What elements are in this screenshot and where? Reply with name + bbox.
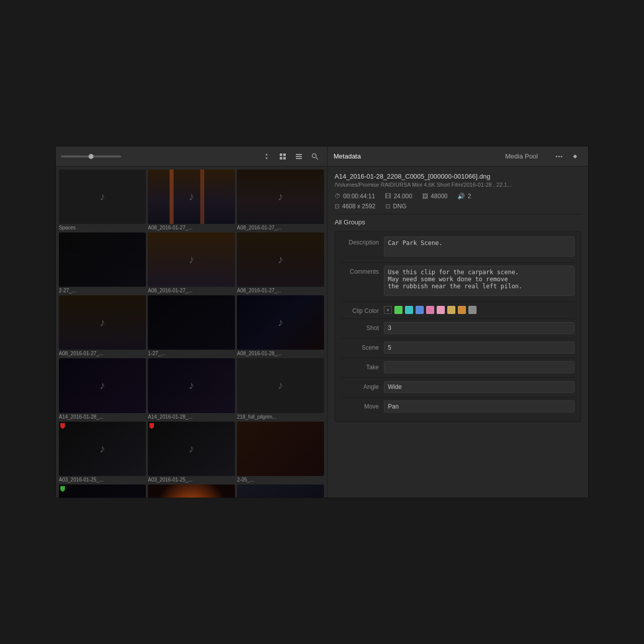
color-blue-swatch[interactable] [416, 306, 424, 314]
color-pink-swatch[interactable] [426, 306, 434, 314]
media-label: A14_2016-01-28_... [59, 414, 146, 420]
shot-field [384, 322, 575, 334]
list-item[interactable]: ♪ A08_2016-01-27_... [237, 170, 324, 230]
form-divider [341, 318, 575, 319]
format-icon: ⊡ [385, 203, 390, 210]
file-name: A14_2016-01-28_2208_C0005_[000000-001066… [335, 173, 581, 180]
shot-label: Shot [341, 322, 379, 332]
take-field [384, 361, 575, 373]
list-item[interactable]: ♪ A08_2016-01-27_... [148, 232, 235, 293]
list-view-button[interactable] [292, 149, 306, 164]
media-label: 1-27_... [148, 351, 235, 356]
music-icon: ♪ [189, 442, 194, 455]
take-input[interactable] [384, 361, 575, 373]
angle-input[interactable] [384, 381, 575, 393]
color-green-swatch[interactable] [394, 306, 403, 314]
clock-icon: ⏱ [335, 193, 341, 200]
sort-button[interactable] [260, 149, 274, 164]
svg-rect-0 [280, 153, 282, 156]
music-icon: ♪ [278, 190, 283, 203]
list-item[interactable]: ♪ A14_2016-01-28_... [148, 358, 235, 419]
meta-row-2: ⊡ 4608 x 2592 ⊡ DNG [335, 203, 581, 210]
scene-input[interactable] [384, 342, 575, 354]
list-item[interactable]: 2-27_... [59, 232, 146, 293]
list-item[interactable]: ♪ A03_2016-01-25_... [59, 422, 146, 482]
form-divider [341, 397, 575, 397]
angle-label: Angle [341, 381, 379, 390]
move-field [384, 400, 575, 413]
list-item[interactable]: ♪ A15_2016-02-05_... [59, 485, 146, 498]
list-item[interactable]: ♪ A08_2016-01-28_... [237, 295, 324, 356]
color-swatches: × [384, 305, 575, 314]
music-icon: ♪ [100, 379, 105, 392]
svg-line-8 [316, 157, 318, 159]
form-row-take: Take [341, 361, 575, 373]
svg-rect-6 [296, 158, 302, 159]
music-icon: ♪ [189, 379, 194, 392]
svg-rect-2 [280, 157, 282, 159]
meta-row-1: ⏱ 00:00:44:11 🎞 24.000 🖼 48000 🔊 2 [335, 193, 581, 200]
color-none-swatch[interactable]: × [384, 306, 392, 314]
color-lightpink-swatch[interactable] [437, 306, 445, 314]
panel-collapse-button[interactable] [568, 149, 582, 164]
media-label: 2-27_... [59, 288, 146, 293]
svg-rect-5 [296, 156, 302, 157]
tab-media-pool[interactable]: Media Pool [505, 152, 538, 160]
list-item[interactable]: ♪ A03_2016-01-25_... [148, 422, 235, 482]
meta-iso: 🖼 48000 [422, 193, 447, 200]
tab-metadata[interactable]: Metadata [334, 151, 361, 161]
media-label: A08_2016-01-28_... [237, 351, 324, 356]
list-item[interactable]: ♪ A08_2016-01-27_... [237, 232, 324, 293]
list-item[interactable]: ♪ A08_2016-01-27_... [59, 295, 146, 356]
music-icon: ♪ [100, 316, 105, 329]
color-yellow-swatch[interactable] [447, 306, 455, 314]
search-button[interactable] [308, 149, 322, 164]
color-gray-swatch[interactable] [468, 306, 476, 314]
svg-rect-4 [296, 154, 302, 155]
form-divider [341, 338, 575, 339]
more-options-button[interactable] [552, 149, 566, 164]
svg-point-11 [561, 155, 562, 157]
panel-tabs: Metadata [334, 151, 361, 161]
color-teal-swatch[interactable] [405, 306, 413, 314]
list-item[interactable]: ♪ 218_full_pilgrim... [237, 358, 324, 419]
meta-resolution: ⊡ 4608 x 2592 [335, 203, 375, 210]
list-item[interactable]: ♪ Spaces [59, 170, 146, 230]
divider [335, 214, 581, 214]
left-panel: ♪ Spaces ♪ A08_2016-01-27_... ♪ A08_2016… [56, 146, 328, 498]
music-icon: ♪ [189, 253, 194, 266]
comments-input[interactable] [384, 266, 575, 296]
take-label: Take [341, 361, 379, 371]
list-item[interactable]: 1-27_... [148, 295, 235, 356]
scene-label: Scene [341, 342, 379, 351]
form-row-angle: Angle [341, 381, 575, 393]
list-item[interactable]: ♪ A15_2016-02-05_... [148, 485, 235, 498]
media-label: Spaces [59, 225, 146, 230]
thumbnail-size-slider[interactable] [61, 155, 121, 157]
media-grid: ♪ Spaces ♪ A08_2016-01-27_... ♪ A08_2016… [56, 167, 327, 498]
grid-view-button[interactable] [276, 149, 290, 164]
scene-field [384, 342, 575, 354]
list-item[interactable]: ♪ A14_2016-01-28_... [59, 358, 146, 419]
slider-track [61, 155, 121, 157]
music-icon: ♪ [278, 253, 283, 266]
form-row-comments: Comments [341, 266, 575, 297]
color-orange-swatch[interactable] [458, 306, 466, 314]
right-panel: Metadata Media Pool A14_2016-01-28_2208_… [328, 146, 588, 498]
description-field [384, 236, 575, 258]
description-input[interactable] [384, 236, 575, 257]
green-badge [60, 486, 65, 492]
music-icon: ♪ [100, 190, 105, 203]
description-label: Description [341, 236, 379, 246]
shot-input[interactable] [384, 322, 575, 334]
list-item[interactable]: ♪ A08_2016-01-27_... [148, 170, 235, 230]
list-item[interactable]: 2-05_... [237, 422, 324, 482]
meta-audio: 🔊 2 [457, 193, 471, 200]
svg-point-10 [558, 155, 560, 157]
media-label: 218_full_pilgrim... [237, 414, 324, 420]
move-input[interactable] [384, 400, 575, 413]
svg-rect-3 [283, 157, 286, 159]
list-item[interactable]: ♪ A15_2016-02-05_... [237, 485, 324, 498]
music-icon: ♪ [278, 379, 283, 392]
meta-duration: ⏱ 00:00:44:11 [335, 193, 375, 200]
